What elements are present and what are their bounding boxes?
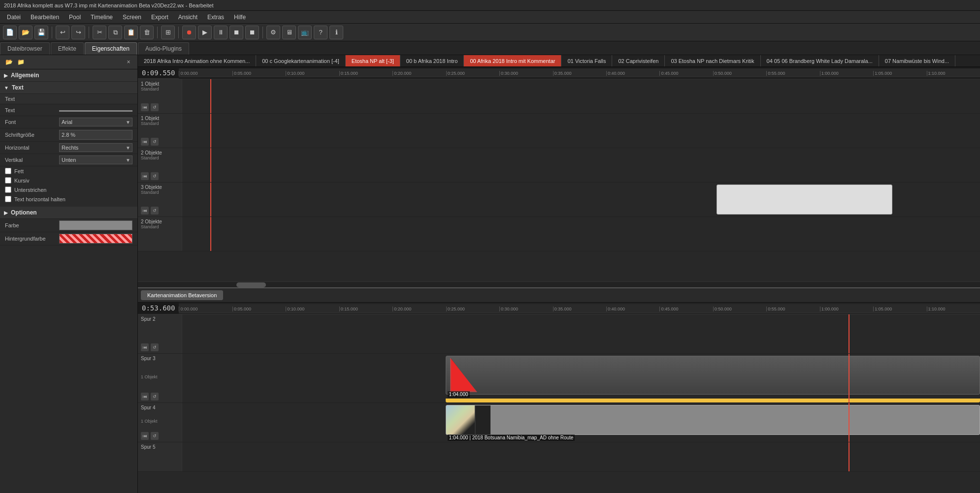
track-1-rewind[interactable]: ⏮ — [141, 103, 149, 111]
fett-checkbox[interactable] — [5, 168, 11, 174]
menu-pool[interactable]: Pool — [64, 13, 86, 22]
clip-tab-1[interactable]: 00 c Googlekartenanimation [-4] — [256, 55, 346, 66]
section-optionen[interactable]: ▶ Optionen — [0, 207, 137, 219]
clip-tab-5[interactable]: 01 Victoria Falls — [561, 55, 612, 66]
new-button[interactable]: 📄 — [3, 26, 17, 39]
spur3-rewind[interactable]: ⏮ — [141, 393, 149, 401]
unterstrichen-row: Unterstrichen — [0, 185, 137, 194]
close-panel-button[interactable]: × — [124, 57, 133, 67]
monitor-button[interactable]: 🖥 — [282, 26, 296, 39]
rm14: 1:10.000 — [927, 71, 980, 76]
spur4-map-clip[interactable] — [446, 405, 980, 435]
menu-datei[interactable]: Datei — [2, 13, 26, 22]
track-3-loop[interactable]: ↺ — [151, 172, 159, 180]
track-2-rewind[interactable]: ⏮ — [141, 138, 149, 146]
record-button[interactable]: ⏺ — [182, 26, 196, 39]
track-4-loop[interactable]: ↺ — [151, 207, 159, 215]
clip-tab-3[interactable]: 00 b Afrika 2018 Intro — [400, 55, 464, 66]
menu-extras[interactable]: Extras — [202, 13, 229, 22]
brm9: 0:45.000 — [659, 307, 713, 311]
tab-eigenschaften[interactable]: Eigenschaften — [85, 42, 137, 55]
play-button[interactable]: ▶ — [198, 26, 212, 39]
tab-effekte[interactable]: Effekte — [51, 42, 84, 55]
clip-tab-6[interactable]: 02 Caprivisteifen — [612, 55, 665, 66]
copy-button[interactable]: ⧉ — [108, 26, 122, 39]
sep4 — [178, 27, 179, 38]
track-2-loop[interactable]: ↺ — [151, 138, 159, 146]
stop2-button[interactable]: ⏹ — [245, 26, 259, 39]
clip-tab-0[interactable]: 2018 Afrika Intro Animation ohne Kommen.… — [138, 55, 256, 66]
track-1-sublabel: Standard — [141, 87, 179, 92]
track-1-label: 1 Objekt — [141, 81, 179, 87]
clip-tab-4[interactable]: 00 Afrika 2018 Intro mit Kommentar — [464, 55, 561, 66]
horizontal-dropdown-arrow-icon[interactable]: ▼ — [126, 145, 132, 151]
spur5-content — [182, 442, 980, 471]
stop-button[interactable]: ⏹ — [229, 26, 243, 39]
spur5-playhead — [849, 442, 849, 471]
clip-tab-2[interactable]: Etosha NP alt [-3] — [346, 55, 400, 66]
undo-button[interactable]: ↩ — [56, 26, 69, 39]
spur2-row: Spur 2 ⏮ ↺ — [138, 314, 980, 354]
delete-button[interactable]: 🗑 — [140, 26, 154, 39]
spur3-playhead — [849, 354, 849, 402]
rm9: 0:45.000 — [659, 71, 713, 76]
tab-dateibrowser[interactable]: Dateibrowser — [0, 42, 50, 55]
section-allgemein[interactable]: ▶ Allgemein — [0, 69, 137, 82]
bottom-tab-kartenanimation[interactable]: Kartenanimation Betaversion — [141, 290, 223, 300]
menu-export[interactable]: Export — [146, 13, 173, 22]
unterstrichen-checkbox[interactable] — [5, 186, 11, 193]
spur4-playhead — [849, 403, 849, 442]
clip-tab-9[interactable]: 07 Namibwüste bis Wind... — [879, 55, 955, 66]
track-4-rewind[interactable]: ⏮ — [141, 207, 149, 215]
save-button[interactable]: 💾 — [34, 26, 48, 39]
font-dropdown-arrow-icon[interactable]: ▼ — [126, 120, 132, 125]
rm7: 0:35.000 — [553, 71, 606, 76]
map-thumbnail — [446, 405, 476, 434]
spur3-red-clip[interactable] — [446, 356, 980, 395]
pause-button[interactable]: ⏸ — [214, 26, 228, 39]
top-scrollbar[interactable] — [138, 281, 980, 287]
settings-button[interactable]: ⚙ — [266, 26, 280, 39]
track-3-rewind[interactable]: ⏮ — [141, 172, 149, 180]
help-button[interactable]: ? — [314, 26, 327, 39]
clip-block-4[interactable] — [717, 185, 892, 215]
clip-tab-8[interactable]: 04 05 06 Brandberg White Lady Damarala..… — [761, 55, 879, 66]
spur3-loop[interactable]: ↺ — [151, 393, 159, 401]
info-button[interactable]: ℹ — [329, 26, 343, 39]
section-text[interactable]: ▼ Text — [0, 82, 137, 94]
cut-button[interactable]: ✂ — [93, 26, 106, 39]
menu-ansicht[interactable]: Ansicht — [173, 13, 202, 22]
text-horizontal-checkbox[interactable] — [5, 196, 11, 202]
vertikal-dropdown-arrow-icon[interactable]: ▼ — [126, 157, 132, 163]
schriftgroesse-input[interactable]: 2.8 % — [59, 130, 132, 140]
spur4-loop[interactable]: ↺ — [151, 432, 159, 440]
redo-button[interactable]: ↪ — [71, 26, 85, 39]
folder-open-icon[interactable]: 📂 — [4, 57, 14, 67]
spur5-row: Spur 5 — [138, 442, 980, 472]
paste-button[interactable]: 📋 — [124, 26, 138, 39]
spur4-rewind[interactable]: ⏮ — [141, 432, 149, 440]
spur2-rewind[interactable]: ⏮ — [141, 343, 149, 351]
track-4-controls: ⏮ ↺ — [141, 207, 179, 215]
top-scroll-thumb[interactable] — [236, 282, 266, 287]
clip-tab-7[interactable]: 03 Etosha NP nach Dietmars Kritik — [665, 55, 760, 66]
kursiv-checkbox[interactable] — [5, 177, 11, 184]
monitor2-button[interactable]: 📺 — [298, 26, 312, 39]
tab-audio-plugins[interactable]: Audio-Plugins — [138, 42, 189, 55]
menu-screen[interactable]: Screen — [118, 13, 146, 22]
farbe-swatch[interactable] — [59, 220, 132, 230]
grid-button[interactable]: ⊞ — [161, 26, 175, 39]
track-1-loop[interactable]: ↺ — [151, 103, 159, 111]
folder-new-icon[interactable]: 📁 — [16, 57, 26, 67]
sep1 — [52, 27, 52, 38]
menu-bearbeiten[interactable]: Bearbeiten — [26, 13, 64, 22]
spur2-loop[interactable]: ↺ — [151, 343, 159, 351]
menu-hilfe[interactable]: Hilfe — [229, 13, 251, 22]
font-select-wrap[interactable]: Arial ▼ — [59, 118, 132, 126]
hintergrundfarbe-prop-row: Hintergrundfarbe — [0, 232, 137, 246]
vertikal-select-wrap[interactable]: Unten ▼ — [59, 155, 132, 164]
horizontal-select-wrap[interactable]: Rechts ▼ — [59, 143, 132, 152]
menu-timeline[interactable]: Timeline — [86, 13, 118, 22]
hintergrundfarbe-swatch[interactable] — [59, 234, 132, 244]
open-button[interactable]: 📂 — [19, 26, 33, 39]
